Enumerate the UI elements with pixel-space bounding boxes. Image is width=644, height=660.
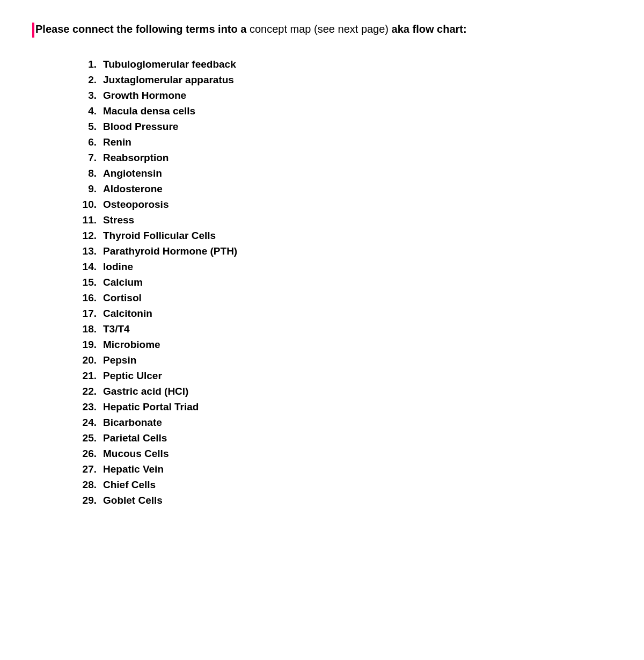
list-item: Macula densa cells [75, 106, 612, 116]
header-bold-suffix: aka flow chart: [392, 23, 467, 35]
list-item: Thyroid Follicular Cells [75, 230, 612, 241]
list-item: Hepatic Portal Triad [75, 402, 612, 412]
list-item: Cortisol [75, 293, 612, 303]
list-item: Parathyroid Hormone (PTH) [75, 246, 612, 256]
red-cursor-icon [32, 23, 34, 38]
list-item: Mucous Cells [75, 448, 612, 459]
list-item: Gastric acid (HCl) [75, 386, 612, 396]
list-item: Renin [75, 137, 612, 147]
list-item: Angiotensin [75, 168, 612, 178]
list-item: Parietal Cells [75, 433, 612, 443]
terms-list-container: Tubuloglomerular feedbackJuxtaglomerular… [32, 59, 612, 505]
header-bold-prefix: Please connect the following terms into … [35, 23, 246, 35]
page-header: Please connect the following terms into … [32, 21, 612, 38]
list-item: Goblet Cells [75, 495, 612, 505]
header-normal-middle: concept map (see next page) [250, 23, 392, 35]
list-item: Peptic Ulcer [75, 371, 612, 381]
list-item: Hepatic Vein [75, 464, 612, 474]
list-item: Osteoporosis [75, 199, 612, 209]
list-item: Aldosterone [75, 184, 612, 194]
list-item: Juxtaglomerular apparatus [75, 75, 612, 85]
list-item: Bicarbonate [75, 417, 612, 427]
list-item: Growth Hormone [75, 90, 612, 100]
list-item: Reabsorption [75, 153, 612, 163]
list-item: Chief Cells [75, 480, 612, 490]
list-item: Pepsin [75, 355, 612, 365]
terms-list: Tubuloglomerular feedbackJuxtaglomerular… [75, 59, 612, 505]
header-text: Please connect the following terms into … [35, 21, 467, 37]
list-item: Blood Pressure [75, 121, 612, 132]
list-item: Tubuloglomerular feedback [75, 59, 612, 69]
list-item: Stress [75, 215, 612, 225]
list-item: Calcitonin [75, 308, 612, 318]
list-item: T3/T4 [75, 324, 612, 334]
list-item: Microbiome [75, 339, 612, 350]
list-item: Calcium [75, 277, 612, 287]
list-item: Iodine [75, 262, 612, 272]
